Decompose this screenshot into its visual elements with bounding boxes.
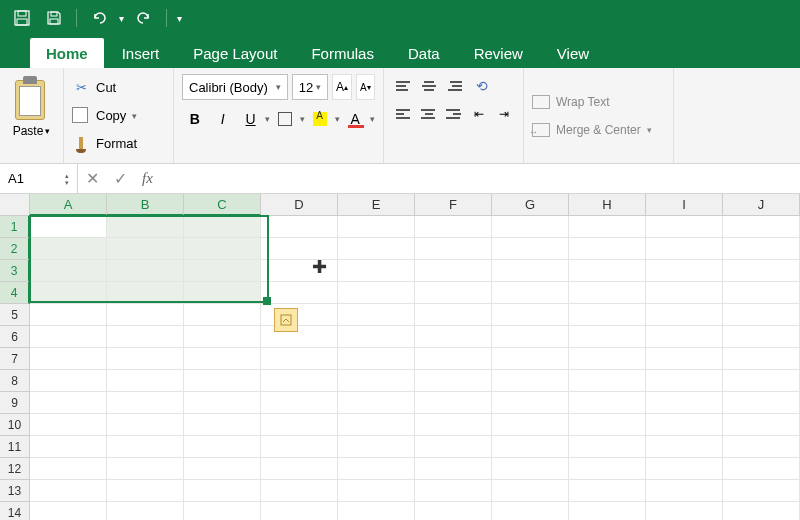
cell[interactable] <box>646 480 723 502</box>
cell[interactable] <box>492 326 569 348</box>
cell[interactable] <box>723 282 800 304</box>
col-header-a[interactable]: A <box>30 194 107 216</box>
paste-button[interactable] <box>13 74 51 122</box>
cell[interactable] <box>646 414 723 436</box>
cell[interactable] <box>30 370 107 392</box>
cell[interactable] <box>261 238 338 260</box>
cell[interactable] <box>30 238 107 260</box>
cell[interactable] <box>492 238 569 260</box>
col-header-g[interactable]: G <box>492 194 569 216</box>
cell[interactable] <box>338 304 415 326</box>
cell[interactable] <box>184 304 261 326</box>
col-header-j[interactable]: J <box>723 194 800 216</box>
cell[interactable] <box>569 282 646 304</box>
cell[interactable] <box>415 436 492 458</box>
row-header-3[interactable]: 3 <box>0 260 30 282</box>
cell[interactable] <box>646 238 723 260</box>
cell[interactable] <box>723 370 800 392</box>
cell[interactable] <box>338 282 415 304</box>
borders-button[interactable] <box>272 106 298 132</box>
cell[interactable] <box>261 480 338 502</box>
cell[interactable] <box>107 436 184 458</box>
increase-font-button[interactable]: A▴ <box>332 74 351 100</box>
cell[interactable] <box>723 304 800 326</box>
cell[interactable] <box>261 348 338 370</box>
cell[interactable] <box>646 304 723 326</box>
cell[interactable] <box>492 502 569 520</box>
italic-button[interactable]: I <box>210 106 236 132</box>
cell[interactable] <box>569 414 646 436</box>
copy-button[interactable]: Copy ▾ <box>72 103 165 129</box>
cell[interactable] <box>338 260 415 282</box>
cell[interactable] <box>30 392 107 414</box>
cell[interactable] <box>338 216 415 238</box>
cell[interactable] <box>723 326 800 348</box>
cell[interactable] <box>415 216 492 238</box>
cell[interactable] <box>415 458 492 480</box>
decrease-font-button[interactable]: A▾ <box>356 74 375 100</box>
cell[interactable] <box>30 216 107 238</box>
decrease-indent-button[interactable]: ⇤ <box>467 102 490 126</box>
row-header-13[interactable]: 13 <box>0 480 30 502</box>
cell[interactable] <box>723 414 800 436</box>
font-size-select[interactable]: 12 ▾ <box>292 74 329 100</box>
autosave-icon[interactable] <box>10 6 34 30</box>
cell[interactable] <box>30 304 107 326</box>
cell[interactable] <box>569 392 646 414</box>
cell[interactable] <box>415 502 492 520</box>
fill-color-button[interactable] <box>307 106 333 132</box>
cell[interactable] <box>492 282 569 304</box>
cell[interactable] <box>261 502 338 520</box>
cell[interactable] <box>338 480 415 502</box>
cell[interactable] <box>569 480 646 502</box>
cell[interactable] <box>184 370 261 392</box>
cell[interactable] <box>261 216 338 238</box>
save-icon[interactable] <box>42 6 66 30</box>
cell[interactable] <box>492 414 569 436</box>
fx-icon[interactable]: fx <box>134 170 161 187</box>
row-header-14[interactable]: 14 <box>0 502 30 520</box>
chevron-down-icon[interactable]: ▾ <box>335 114 340 124</box>
bold-button[interactable]: B <box>182 106 208 132</box>
cell[interactable] <box>492 370 569 392</box>
cell[interactable] <box>723 348 800 370</box>
formula-input[interactable] <box>161 171 800 186</box>
cell[interactable] <box>338 436 415 458</box>
autofill-options-button[interactable] <box>274 308 298 332</box>
cell[interactable] <box>30 326 107 348</box>
cell[interactable] <box>646 502 723 520</box>
cell[interactable] <box>107 216 184 238</box>
cell[interactable] <box>107 414 184 436</box>
align-top-button[interactable] <box>392 74 416 98</box>
row-header-9[interactable]: 9 <box>0 392 30 414</box>
chevron-down-icon[interactable]: ▾ <box>370 114 375 124</box>
wrap-text-button[interactable]: Wrap Text <box>528 89 669 115</box>
orientation-button[interactable]: ⟲ <box>470 74 494 98</box>
cell[interactable] <box>338 348 415 370</box>
cell[interactable] <box>338 414 415 436</box>
cell[interactable] <box>261 304 338 326</box>
cell[interactable] <box>261 282 338 304</box>
cell[interactable] <box>415 326 492 348</box>
cell[interactable] <box>107 260 184 282</box>
cancel-formula-button[interactable]: ✕ <box>78 164 106 193</box>
undo-button[interactable] <box>87 6 111 30</box>
tab-data[interactable]: Data <box>392 38 456 68</box>
col-header-e[interactable]: E <box>338 194 415 216</box>
cell[interactable] <box>107 348 184 370</box>
undo-dropdown-icon[interactable]: ▾ <box>119 13 124 24</box>
cell[interactable] <box>492 304 569 326</box>
row-header-4[interactable]: 4 <box>0 282 30 304</box>
tab-view[interactable]: View <box>541 38 605 68</box>
cell[interactable] <box>569 238 646 260</box>
cell[interactable] <box>415 260 492 282</box>
cell[interactable] <box>184 414 261 436</box>
cell[interactable] <box>261 458 338 480</box>
enter-formula-button[interactable]: ✓ <box>106 164 134 193</box>
underline-button[interactable]: U <box>238 106 264 132</box>
cell[interactable] <box>107 480 184 502</box>
cell[interactable] <box>338 370 415 392</box>
cell[interactable] <box>646 458 723 480</box>
cell[interactable] <box>30 436 107 458</box>
cell[interactable] <box>492 480 569 502</box>
